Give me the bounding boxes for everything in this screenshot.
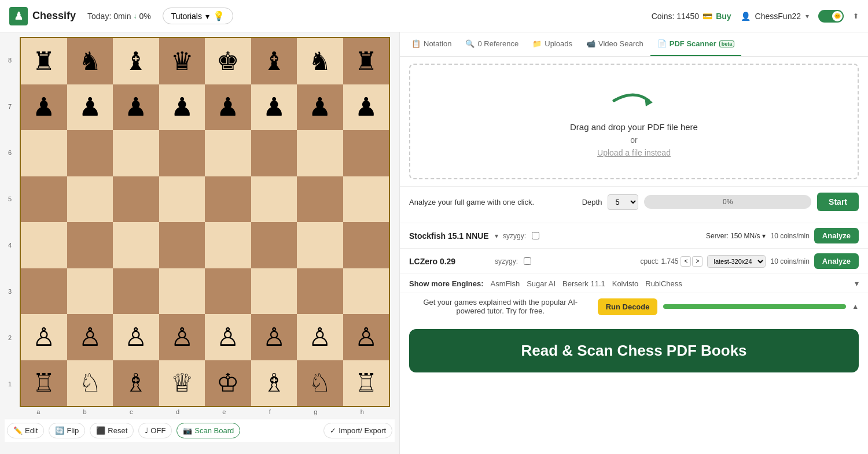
square-e7[interactable]: ♟: [205, 84, 251, 131]
square-b3[interactable]: [67, 268, 113, 315]
square-b1[interactable]: ♘: [67, 360, 113, 407]
square-f6[interactable]: [251, 130, 297, 176]
square-a7[interactable]: ♟: [21, 84, 67, 131]
square-f2[interactable]: ♙: [251, 314, 297, 360]
engine-berserk[interactable]: Berserk 11.1: [562, 279, 605, 288]
square-d7[interactable]: ♟: [159, 84, 205, 131]
theme-toggle[interactable]: 🌞: [818, 10, 844, 23]
square-a6[interactable]: [21, 130, 67, 176]
cta-button[interactable]: Read & Scan Chess PDF Books: [409, 329, 859, 372]
square-a2[interactable]: ♙: [21, 314, 67, 360]
square-d8[interactable]: ♛: [159, 38, 205, 84]
tab-notation[interactable]: 📋 Notation: [404, 32, 458, 56]
scan-board-button[interactable]: 📷 Scan Board: [176, 423, 240, 438]
square-f8[interactable]: ♝: [251, 38, 297, 84]
square-a4[interactable]: [21, 222, 67, 268]
square-b5[interactable]: [67, 176, 113, 223]
square-c6[interactable]: [113, 130, 159, 176]
square-d6[interactable]: [159, 130, 205, 176]
square-e8[interactable]: ♚: [205, 38, 251, 84]
lczero-model-select[interactable]: latest-320x24: [707, 255, 766, 268]
square-f4[interactable]: [251, 222, 297, 268]
square-f5[interactable]: [251, 176, 297, 223]
engine-asmfish[interactable]: AsmFish: [491, 279, 520, 288]
tab-uploads[interactable]: 📁 Uploads: [525, 32, 579, 56]
square-h1[interactable]: ♖: [343, 360, 389, 407]
square-e5[interactable]: [205, 176, 251, 223]
square-d2[interactable]: ♙: [159, 314, 205, 360]
edit-button[interactable]: ✏️ Edit: [7, 423, 44, 438]
square-h4[interactable]: [343, 222, 389, 268]
square-c1[interactable]: ♗: [113, 360, 159, 407]
cpuct-increase-button[interactable]: >: [692, 256, 703, 267]
tab-video[interactable]: 📹 Video Search: [579, 32, 650, 56]
engine-koivisto[interactable]: Koivisto: [612, 279, 639, 288]
tab-reference[interactable]: 🔍 0 Reference: [458, 32, 525, 56]
square-c2[interactable]: ♙: [113, 314, 159, 360]
square-c4[interactable]: [113, 222, 159, 268]
tab-pdf[interactable]: 📄 PDF Scanner beta: [650, 32, 741, 56]
stockfish-dropdown-icon[interactable]: ▾: [495, 232, 498, 240]
lczero-analyze-button[interactable]: Analyze: [814, 253, 859, 269]
square-g7[interactable]: ♟: [297, 84, 343, 131]
square-c5[interactable]: [113, 176, 159, 223]
square-d5[interactable]: [159, 176, 205, 223]
square-e6[interactable]: [205, 130, 251, 176]
square-g3[interactable]: [297, 268, 343, 315]
square-c8[interactable]: ♝: [113, 38, 159, 84]
square-g1[interactable]: ♘: [297, 360, 343, 407]
square-d1[interactable]: ♕: [159, 360, 205, 407]
square-g4[interactable]: [297, 222, 343, 268]
start-button[interactable]: Start: [817, 193, 859, 211]
depth-select[interactable]: 5 10 15 20: [608, 194, 638, 210]
flip-button[interactable]: 🔄 Flip: [49, 423, 85, 438]
square-g8[interactable]: ♞: [297, 38, 343, 84]
square-a8[interactable]: ♜: [21, 38, 67, 84]
stockfish-analyze-button[interactable]: Analyze: [814, 228, 859, 243]
square-c7[interactable]: ♟: [113, 84, 159, 131]
square-d3[interactable]: [159, 268, 205, 315]
square-c3[interactable]: [113, 268, 159, 315]
engine-sugarai[interactable]: Sugar AI: [527, 279, 556, 288]
square-f7[interactable]: ♟: [251, 84, 297, 131]
square-b2[interactable]: ♙: [67, 314, 113, 360]
square-h8[interactable]: ♜: [343, 38, 389, 84]
square-f3[interactable]: [251, 268, 297, 315]
more-engines-expand-icon[interactable]: ▾: [855, 279, 859, 288]
sound-button[interactable]: ♩ OFF: [138, 423, 172, 438]
square-a5[interactable]: [21, 176, 67, 223]
square-a3[interactable]: [21, 268, 67, 315]
pdf-upload-area[interactable]: Drag and drop your PDF file here or Uplo…: [409, 64, 859, 179]
square-g6[interactable]: [297, 130, 343, 176]
square-h3[interactable]: [343, 268, 389, 315]
square-h2[interactable]: ♙: [343, 314, 389, 360]
tutorials-button[interactable]: Tutorials ▾ 💡: [163, 8, 233, 24]
square-e1[interactable]: ♔: [205, 360, 251, 407]
stockfish-syzygy-checkbox[interactable]: [532, 232, 539, 239]
decode-expand-icon[interactable]: ▲: [852, 302, 859, 311]
square-g5[interactable]: [297, 176, 343, 223]
square-e2[interactable]: ♙: [205, 314, 251, 360]
upload-file-link[interactable]: Upload a file instead: [597, 148, 671, 157]
square-e3[interactable]: [205, 268, 251, 315]
square-b8[interactable]: ♞: [67, 38, 113, 84]
square-h5[interactable]: [343, 176, 389, 223]
square-b4[interactable]: [67, 222, 113, 268]
square-g2[interactable]: ♙: [297, 314, 343, 360]
run-decode-button[interactable]: Run Decode: [598, 298, 658, 315]
cpuct-decrease-button[interactable]: <: [681, 256, 691, 267]
engine-rubichess[interactable]: RubiChess: [645, 279, 682, 288]
square-d4[interactable]: [159, 222, 205, 268]
square-f1[interactable]: ♗: [251, 360, 297, 407]
square-b7[interactable]: ♟: [67, 84, 113, 131]
square-h6[interactable]: [343, 130, 389, 176]
server-dropdown-icon[interactable]: ▾: [762, 232, 766, 240]
lczero-syzygy-checkbox[interactable]: [524, 257, 531, 265]
square-e4[interactable]: [205, 222, 251, 268]
square-h7[interactable]: ♟: [343, 84, 389, 131]
buy-button[interactable]: Buy: [716, 12, 731, 21]
user-area[interactable]: 👤 ChessFun22 ▾: [741, 12, 809, 21]
reset-button[interactable]: ⬛ Reset: [90, 423, 134, 438]
square-b6[interactable]: [67, 130, 113, 176]
import-export-button[interactable]: ✓ Import/ Export: [323, 423, 392, 438]
